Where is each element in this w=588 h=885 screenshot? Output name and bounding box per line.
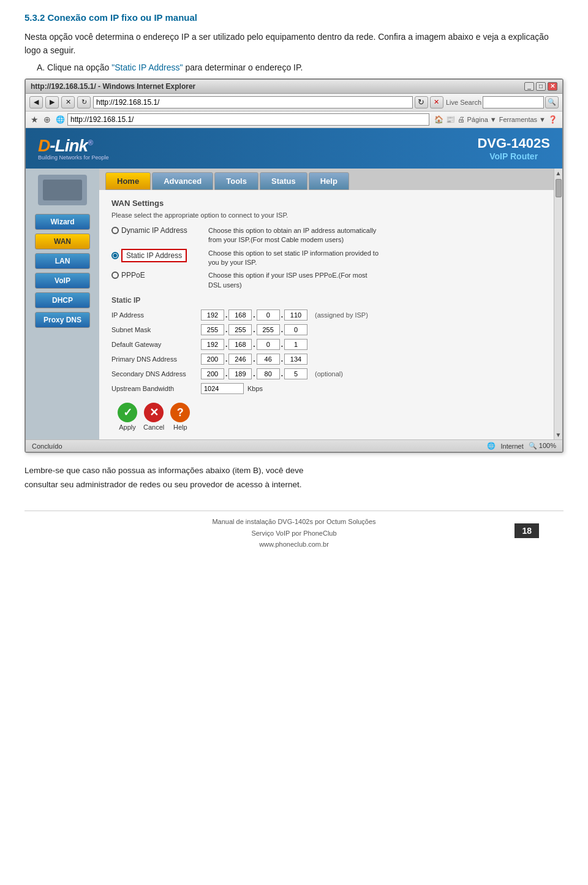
toolbar-icons-right: 🏠 📰 🖨 Página ▼ Ferramentas ▼ ❓ bbox=[434, 115, 558, 124]
search-bar[interactable] bbox=[483, 96, 544, 108]
sdns-3[interactable] bbox=[257, 368, 280, 379]
ip-addr-2[interactable] bbox=[228, 310, 252, 321]
sidebar-wan-button[interactable]: WAN bbox=[35, 234, 90, 249]
static-ip-title: Static IP bbox=[111, 296, 541, 305]
router-header: D-Link® Building Networks for People DVG… bbox=[26, 128, 562, 169]
sidebar-wizard-button[interactable]: Wizard bbox=[35, 214, 90, 230]
bottom-line1: Lembre-se que caso não possua as informa… bbox=[24, 466, 304, 475]
gw-4[interactable] bbox=[284, 339, 307, 350]
subnet-3[interactable] bbox=[257, 324, 280, 335]
internet-icon: 🌐 bbox=[487, 442, 496, 450]
home-icon[interactable]: 🏠 bbox=[434, 115, 443, 124]
apply-button[interactable]: ✓ bbox=[118, 403, 137, 422]
wan-option-static: Static IP Address Choose this option to … bbox=[111, 249, 541, 268]
address-bar[interactable] bbox=[93, 96, 413, 108]
router-main: Home Advanced Tools Status Help WAN Sett… bbox=[99, 169, 554, 439]
radio-dynamic: Dynamic IP Address bbox=[111, 226, 203, 235]
step-a-label: A. Clique na opção "Static IP Address" p… bbox=[37, 63, 564, 72]
live-search-label: Live Search bbox=[446, 99, 481, 106]
sidebar-proxydns-button[interactable]: Proxy DNS bbox=[35, 312, 90, 328]
cancel-btn-wrap: ✕ Cancel bbox=[143, 403, 164, 431]
stop-icon[interactable]: ✕ bbox=[430, 96, 443, 108]
sidebar-lan-button[interactable]: LAN bbox=[35, 253, 90, 269]
dlink-logo: D-Link® Building Networks for People bbox=[38, 136, 109, 161]
nav-tab-advanced[interactable]: Advanced bbox=[152, 172, 213, 190]
nav-tab-status[interactable]: Status bbox=[260, 172, 307, 190]
back-button[interactable]: ◀ bbox=[29, 96, 43, 108]
search-button[interactable]: 🔍 bbox=[545, 96, 559, 108]
radio-dynamic-circle[interactable] bbox=[111, 227, 119, 234]
tools-menu[interactable]: Ferramentas ▼ bbox=[499, 116, 546, 123]
pdns-3[interactable] bbox=[257, 354, 280, 365]
sdns-2[interactable] bbox=[228, 368, 252, 379]
scroll-up-arrow[interactable]: ▲ bbox=[556, 170, 562, 177]
router-image bbox=[38, 175, 87, 205]
help-button[interactable]: ? bbox=[170, 403, 190, 422]
gw-1[interactable] bbox=[201, 339, 224, 350]
sidebar-voip-button[interactable]: VoIP bbox=[35, 273, 90, 289]
sdns-4[interactable] bbox=[284, 368, 307, 379]
maximize-button[interactable]: □ bbox=[536, 82, 546, 91]
subnet-mask-label: Subnet Mask bbox=[111, 326, 197, 333]
brand-reg: ® bbox=[88, 138, 92, 146]
address-bar2[interactable] bbox=[67, 113, 429, 126]
close-button[interactable]: ✕ bbox=[548, 82, 557, 91]
scroll-thumb[interactable] bbox=[556, 179, 562, 197]
radio-static: Static IP Address bbox=[111, 249, 203, 262]
subnet-1[interactable] bbox=[201, 324, 224, 335]
router-body: Wizard WAN LAN VoIP DHCP Proxy DNS Home … bbox=[26, 169, 562, 439]
pdns-2[interactable] bbox=[228, 354, 252, 365]
subnet-2[interactable] bbox=[228, 324, 252, 335]
pdns-1[interactable] bbox=[201, 354, 224, 365]
nav-tab-home[interactable]: Home bbox=[105, 172, 151, 190]
section-title: 5.3.2 Conexão com IP fixo ou IP manual bbox=[24, 12, 564, 23]
static-ip-section: Static IP IP Address . . bbox=[111, 296, 541, 431]
window-controls: _ □ ✕ bbox=[524, 82, 557, 91]
scroll-down-arrow[interactable]: ▼ bbox=[556, 431, 562, 438]
ip-addr-3[interactable] bbox=[257, 310, 280, 321]
feeds-icon[interactable]: 📰 bbox=[446, 115, 455, 124]
ip-addr-4[interactable] bbox=[284, 310, 307, 321]
stop-button[interactable]: ✕ bbox=[61, 96, 75, 108]
favorites-icon[interactable]: ★ bbox=[31, 115, 39, 124]
brand-name: D-Link® bbox=[38, 136, 109, 156]
wan-options: Dynamic IP Address Choose this option to… bbox=[111, 226, 541, 290]
radio-static-circle[interactable] bbox=[111, 252, 119, 259]
browser-title: http://192.168.15.1/ - Windows Internet … bbox=[31, 82, 195, 91]
pdns-4[interactable] bbox=[284, 354, 307, 365]
gw-2[interactable] bbox=[228, 339, 252, 350]
model-type: VoIP Router bbox=[477, 151, 550, 161]
radio-pppoe-label: PPPoE bbox=[121, 271, 145, 279]
add-favorites-icon[interactable]: ⊕ bbox=[43, 115, 51, 124]
subnet-mask-fields: . . . bbox=[201, 324, 307, 335]
router-model: DVG-1402S VoIP Router bbox=[477, 135, 550, 161]
cancel-button[interactable]: ✕ bbox=[144, 403, 164, 422]
refresh-icon[interactable]: ↻ bbox=[415, 96, 428, 108]
nav-tab-tools[interactable]: Tools bbox=[214, 172, 258, 190]
browser-content-area: D-Link® Building Networks for People DVG… bbox=[26, 128, 562, 439]
favorites-link-icon: 🌐 bbox=[56, 115, 65, 124]
radio-pppoe-circle[interactable] bbox=[111, 272, 119, 279]
gateway-fields: . . . bbox=[201, 339, 307, 350]
nav-tab-help[interactable]: Help bbox=[309, 172, 349, 190]
bottom-line2: consultar seu administrador de redes ou … bbox=[24, 480, 302, 489]
bandwidth-row: Upstream Bandwidth Kbps bbox=[111, 383, 541, 394]
option-pppoe-desc: Choose this option if your ISP uses PPPo… bbox=[208, 271, 380, 290]
sdns-dot-3: . bbox=[281, 370, 283, 378]
refresh-button[interactable]: ↻ bbox=[77, 96, 91, 108]
forward-button[interactable]: ▶ bbox=[45, 96, 59, 108]
radio-dynamic-label: Dynamic IP Address bbox=[121, 226, 187, 235]
sdns-1[interactable] bbox=[201, 368, 224, 379]
gw-dot-1: . bbox=[225, 340, 227, 349]
ip-addr-1[interactable] bbox=[201, 310, 224, 321]
print-icon[interactable]: 🖨 bbox=[458, 115, 465, 124]
apply-btn-wrap: ✓ Apply bbox=[118, 403, 137, 431]
minimize-button[interactable]: _ bbox=[524, 82, 534, 91]
page-menu[interactable]: Página ▼ bbox=[467, 116, 497, 123]
secondary-dns-row: Secondary DNS Address . . . bbox=[111, 368, 541, 379]
subnet-4[interactable] bbox=[284, 324, 307, 335]
bandwidth-field[interactable] bbox=[201, 383, 244, 394]
sidebar-dhcp-button[interactable]: DHCP bbox=[35, 292, 90, 308]
question-icon[interactable]: ❓ bbox=[548, 115, 557, 124]
gw-3[interactable] bbox=[257, 339, 280, 350]
